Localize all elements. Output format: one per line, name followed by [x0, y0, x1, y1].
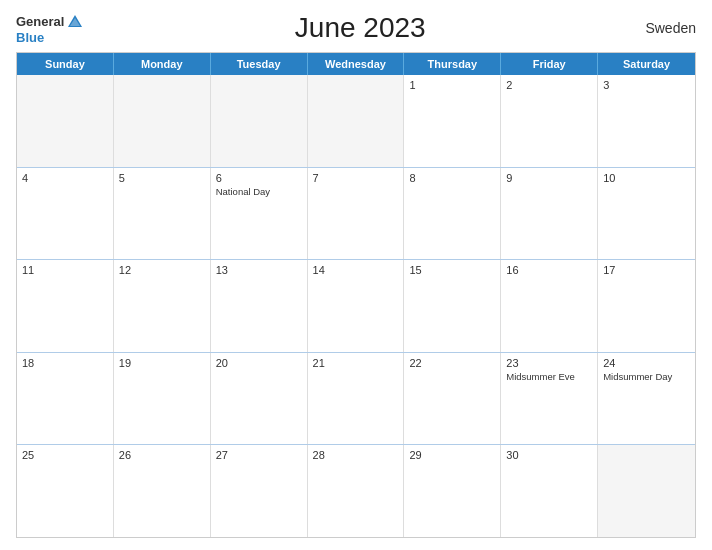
day-number: 23: [506, 357, 592, 369]
cal-cell-4-2: 27: [211, 445, 308, 537]
cal-cell-0-5: 2: [501, 75, 598, 167]
day-event: Midsummer Eve: [506, 371, 592, 382]
day-number: 18: [22, 357, 108, 369]
cal-cell-1-0: 4: [17, 168, 114, 260]
cal-header-tuesday: Tuesday: [211, 53, 308, 75]
logo-general-text: General: [16, 15, 64, 28]
day-number: 4: [22, 172, 108, 184]
calendar-row-0: 123: [17, 75, 695, 168]
day-number: 17: [603, 264, 690, 276]
day-number: 21: [313, 357, 399, 369]
cal-cell-4-3: 28: [308, 445, 405, 537]
day-number: 3: [603, 79, 690, 91]
cal-cell-4-1: 26: [114, 445, 211, 537]
day-number: 25: [22, 449, 108, 461]
day-event: Midsummer Day: [603, 371, 690, 382]
cal-cell-3-0: 18: [17, 353, 114, 445]
logo-blue-text: Blue: [16, 31, 44, 44]
cal-cell-2-5: 16: [501, 260, 598, 352]
cal-header-friday: Friday: [501, 53, 598, 75]
day-number: 2: [506, 79, 592, 91]
country-label: Sweden: [636, 20, 696, 36]
page: General Blue June 2023 Sweden SundayMond…: [0, 0, 712, 550]
cal-cell-1-3: 7: [308, 168, 405, 260]
cal-cell-1-6: 10: [598, 168, 695, 260]
logo-top-row: General: [16, 13, 84, 31]
cal-header-sunday: Sunday: [17, 53, 114, 75]
cal-cell-4-4: 29: [404, 445, 501, 537]
day-number: 6: [216, 172, 302, 184]
cal-cell-0-1: [114, 75, 211, 167]
cal-cell-0-6: 3: [598, 75, 695, 167]
cal-cell-3-5: 23Midsummer Eve: [501, 353, 598, 445]
calendar-title: June 2023: [84, 12, 636, 44]
calendar-row-4: 252627282930: [17, 445, 695, 537]
cal-cell-0-4: 1: [404, 75, 501, 167]
day-event: National Day: [216, 186, 302, 197]
calendar-body: 123456National Day7891011121314151617181…: [17, 75, 695, 537]
day-number: 1: [409, 79, 495, 91]
day-number: 9: [506, 172, 592, 184]
cal-cell-0-0: [17, 75, 114, 167]
cal-cell-1-2: 6National Day: [211, 168, 308, 260]
day-number: 20: [216, 357, 302, 369]
header: General Blue June 2023 Sweden: [16, 12, 696, 44]
cal-cell-4-5: 30: [501, 445, 598, 537]
cal-header-thursday: Thursday: [404, 53, 501, 75]
cal-cell-4-0: 25: [17, 445, 114, 537]
cal-cell-2-1: 12: [114, 260, 211, 352]
day-number: 8: [409, 172, 495, 184]
cal-cell-0-2: [211, 75, 308, 167]
cal-cell-3-1: 19: [114, 353, 211, 445]
calendar-row-1: 456National Day78910: [17, 168, 695, 261]
calendar-header-row: SundayMondayTuesdayWednesdayThursdayFrid…: [17, 53, 695, 75]
cal-cell-2-3: 14: [308, 260, 405, 352]
cal-header-wednesday: Wednesday: [308, 53, 405, 75]
cal-header-monday: Monday: [114, 53, 211, 75]
logo-wrapper: General Blue: [16, 13, 84, 44]
day-number: 22: [409, 357, 495, 369]
day-number: 29: [409, 449, 495, 461]
calendar-row-2: 11121314151617: [17, 260, 695, 353]
day-number: 5: [119, 172, 205, 184]
day-number: 27: [216, 449, 302, 461]
calendar-row-3: 181920212223Midsummer Eve24Midsummer Day: [17, 353, 695, 446]
cal-header-saturday: Saturday: [598, 53, 695, 75]
cal-cell-3-3: 21: [308, 353, 405, 445]
cal-cell-3-6: 24Midsummer Day: [598, 353, 695, 445]
cal-cell-3-4: 22: [404, 353, 501, 445]
cal-cell-1-4: 8: [404, 168, 501, 260]
cal-cell-3-2: 20: [211, 353, 308, 445]
day-number: 14: [313, 264, 399, 276]
cal-cell-2-4: 15: [404, 260, 501, 352]
day-number: 28: [313, 449, 399, 461]
day-number: 26: [119, 449, 205, 461]
day-number: 7: [313, 172, 399, 184]
logo: General Blue: [16, 13, 84, 44]
cal-cell-0-3: [308, 75, 405, 167]
day-number: 19: [119, 357, 205, 369]
cal-cell-1-5: 9: [501, 168, 598, 260]
day-number: 24: [603, 357, 690, 369]
day-number: 15: [409, 264, 495, 276]
logo-icon: [66, 13, 84, 31]
day-number: 11: [22, 264, 108, 276]
calendar: SundayMondayTuesdayWednesdayThursdayFrid…: [16, 52, 696, 538]
day-number: 13: [216, 264, 302, 276]
cal-cell-1-1: 5: [114, 168, 211, 260]
cal-cell-2-2: 13: [211, 260, 308, 352]
day-number: 30: [506, 449, 592, 461]
day-number: 12: [119, 264, 205, 276]
cal-cell-4-6: [598, 445, 695, 537]
cal-cell-2-0: 11: [17, 260, 114, 352]
day-number: 10: [603, 172, 690, 184]
day-number: 16: [506, 264, 592, 276]
cal-cell-2-6: 17: [598, 260, 695, 352]
